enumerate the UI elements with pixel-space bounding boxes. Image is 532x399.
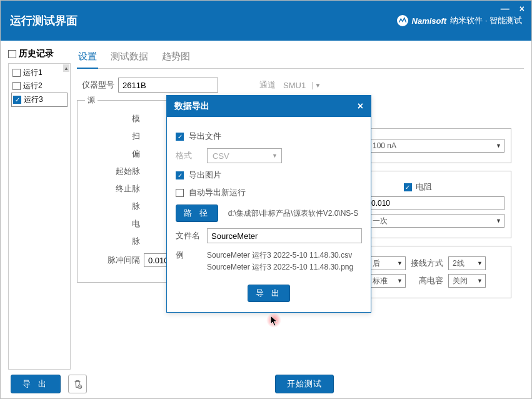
modal-title: 数据导出 (174, 101, 209, 112)
item-checkbox[interactable] (13, 69, 21, 77)
export-file-label: 导出文件 (189, 131, 221, 142)
close-button[interactable]: × (519, 4, 524, 14)
export-button[interactable]: 导 出 (11, 375, 61, 393)
autozero-select[interactable]: 一次 (368, 214, 504, 228)
channel-label: 通道 (259, 79, 276, 91)
tab-trend[interactable]: 趋势图 (161, 48, 191, 68)
history-checkbox[interactable] (8, 50, 16, 58)
input-select[interactable]: 后 (368, 256, 406, 270)
example-label: 例 (176, 250, 202, 261)
resistance-checkbox[interactable] (404, 183, 412, 191)
export-modal: 数据导出 × 导出文件 格式 CSV 导出图片 自动导出新运行 路 径 d:\集… (166, 95, 371, 313)
path-button[interactable]: 路 径 (176, 205, 218, 222)
instrument-label: 仪器型号 (77, 79, 114, 91)
interval-label: 脉冲间隔 (83, 255, 144, 266)
scroll-up-icon[interactable]: ▲ (63, 64, 69, 72)
format-label: 格式 (176, 150, 202, 161)
minimize-button[interactable]: — (501, 4, 509, 14)
dropdown-icon[interactable]: │▼ (311, 82, 321, 89)
source-legend: 源 (85, 95, 98, 106)
list-item[interactable]: 运行3 (11, 93, 68, 107)
export-file-checkbox[interactable] (176, 133, 184, 141)
modal-export-button[interactable]: 导 出 (248, 285, 290, 302)
instrument-input[interactable] (118, 78, 218, 93)
channel-value: SMU1 (283, 81, 306, 90)
highcap-label: 高电容 (411, 275, 443, 286)
window-title: 运行测试界面 (10, 13, 78, 28)
filename-label: 文件名 (176, 230, 202, 241)
titlebar: — × 运行测试界面 Namisoft 纳米软件 · 智能测试 (1, 1, 531, 41)
history-label: 历史记录 (19, 48, 54, 59)
tabs: 设置 测试数据 趋势图 (77, 48, 524, 69)
brand: Namisoft 纳米软件 · 智能测试 (397, 15, 522, 26)
footer: 导 出 开始测试 (1, 370, 531, 398)
auto-export-label: 自动导出新运行 (189, 187, 246, 198)
path-value: d:\集成部\非标产品\源表软件V2.0\NS-S (228, 208, 359, 219)
list-item[interactable]: 运行2 (11, 79, 68, 93)
item-checkbox[interactable] (13, 96, 21, 104)
item-checkbox[interactable] (13, 82, 21, 90)
list-item[interactable]: 运行1 (11, 66, 68, 79)
output-off-select[interactable]: 标准 (368, 274, 406, 288)
sidebar: 历史记录 ▲ 运行1 运行2 运行3 (8, 48, 71, 362)
export-image-label: 导出图片 (189, 169, 221, 181)
nplc-input[interactable] (368, 196, 504, 210)
tab-data[interactable]: 测试数据 (109, 48, 149, 68)
filename-input[interactable] (207, 228, 362, 243)
history-list: ▲ 运行1 运行2 运行3 (8, 63, 71, 370)
trash-icon (72, 378, 83, 390)
wiring-select[interactable]: 2线 (448, 256, 486, 270)
start-test-button[interactable]: 开始测试 (275, 375, 334, 393)
example-line: SourceMeter 运行3 2022-5-10 11.48.30.csv (207, 250, 353, 261)
example-line: SourceMeter 运行3 2022-5-10 11.48.30.png (207, 261, 353, 273)
resistance-label: 电阻 (416, 181, 432, 193)
auto-export-checkbox[interactable] (176, 189, 184, 197)
export-image-checkbox[interactable] (176, 171, 184, 179)
range-select[interactable]: 100 nA (368, 139, 504, 153)
tab-settings[interactable]: 设置 (77, 48, 98, 69)
brand-logo-icon (397, 15, 408, 26)
wiring-label: 接线方式 (411, 258, 443, 269)
highcap-select[interactable]: 关闭 (448, 274, 486, 288)
delete-button[interactable] (68, 375, 87, 393)
format-select[interactable]: CSV (207, 148, 282, 163)
modal-close-icon[interactable]: × (358, 101, 363, 112)
